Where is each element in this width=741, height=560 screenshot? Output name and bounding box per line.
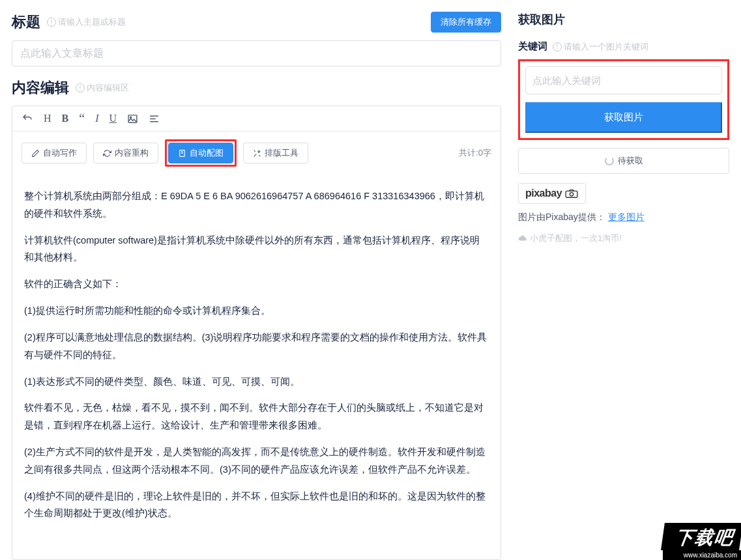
editor-box: H B “ I U 自动写作 内容重构	[12, 105, 501, 560]
info-icon: !	[47, 18, 56, 27]
layout-tool-label: 排版工具	[265, 147, 298, 159]
content-hint-text: 内容编辑区	[87, 82, 129, 94]
paragraph: (1)提供运行时所需功能和性能的命令或计算机程序集合。	[24, 302, 489, 320]
highlight-auto-image: 自动配图	[165, 139, 237, 167]
auto-image-label: 自动配图	[190, 147, 224, 159]
keyword-label: 关键词	[518, 40, 547, 53]
clear-cache-button[interactable]: 清除所有缓存	[431, 12, 501, 33]
bold-icon[interactable]: B	[62, 113, 69, 124]
spinner-icon	[605, 156, 614, 165]
auto-write-button[interactable]: 自动写作	[22, 143, 87, 163]
paragraph: 计算机软件(computer software)是指计算机系统中除硬件以外的所有…	[24, 232, 489, 267]
heading-icon[interactable]: H	[44, 113, 51, 124]
pixabay-text: pixabay	[525, 188, 562, 199]
pending-button[interactable]: 待获取	[518, 148, 729, 174]
svg-rect-8	[566, 191, 577, 197]
layout-tool-button[interactable]: 排版工具	[243, 143, 308, 163]
title-hint: ! 请输入主题或标题	[47, 16, 126, 28]
restructure-label: 内容重构	[115, 147, 149, 159]
italic-icon[interactable]: I	[95, 113, 98, 124]
provided-text: 图片由Pixabay提供：	[518, 212, 605, 222]
auto-write-label: 自动写作	[43, 147, 77, 159]
image-icon[interactable]	[127, 113, 138, 124]
more-images-link[interactable]: 更多图片	[608, 212, 645, 222]
word-count: 共计:0字	[459, 147, 491, 159]
tiger-note: 小虎子配图，一次1淘币!	[518, 232, 729, 244]
svg-point-1	[130, 117, 132, 118]
paragraph: (4)维护不同的硬件是旧的，理论上软件是旧的，并不坏，但实际上软件也是旧的和坏的…	[24, 488, 489, 523]
restructure-button[interactable]: 内容重构	[93, 143, 158, 163]
svg-point-9	[570, 193, 573, 196]
cloud-icon	[518, 234, 527, 243]
provided-by-line: 图片由Pixabay提供： 更多图片	[518, 212, 729, 223]
undo-icon[interactable]	[22, 113, 33, 124]
paragraph: (2)程序可以满意地处理信息的数据结构。(3)说明程序功能要求和程序需要的文档的…	[24, 329, 489, 364]
clipboard-icon	[178, 149, 186, 158]
quote-icon[interactable]: “	[79, 115, 85, 122]
pixabay-badge: pixabay	[518, 183, 586, 204]
pending-label: 待获取	[618, 155, 643, 167]
title-section-header: 标题 ! 请输入主题或标题 清除所有缓存	[12, 12, 501, 33]
paragraph: 软件的正确含义如下：	[24, 275, 489, 293]
auto-image-button[interactable]: 自动配图	[168, 143, 233, 163]
info-icon: !	[553, 42, 562, 51]
main-column: 标题 ! 请输入主题或标题 清除所有缓存 内容编辑 ! 内容编辑区 H B “ …	[0, 0, 513, 560]
content-label: 内容编辑	[12, 78, 69, 98]
format-toolbar: H B “ I U	[12, 106, 501, 132]
action-toolbar: 自动写作 内容重构 自动配图 排版工具 共计:0字	[12, 132, 501, 175]
get-image-title: 获取图片	[518, 12, 565, 27]
keyword-input[interactable]	[525, 66, 722, 94]
keyword-header: 关键词 ! 请输入一个图片关键词	[518, 40, 729, 53]
paragraph: (1)表达形式不同的硬件类型、颜色、味道、可见、可摸、可闻。	[24, 373, 489, 391]
title-input[interactable]	[12, 40, 501, 66]
content-section-header: 内容编辑 ! 内容编辑区	[12, 78, 501, 98]
underline-icon[interactable]: U	[109, 113, 117, 124]
keyword-hint: ! 请输入一个图片关键词	[553, 41, 648, 53]
pencil-icon	[31, 149, 40, 158]
align-icon[interactable]	[149, 113, 160, 124]
title-hint-text: 请输入主题或标题	[58, 16, 126, 28]
content-area[interactable]: 整个计算机系统由两部分组成：E 69DA 5 E 6 BA 9062616964…	[12, 175, 501, 559]
tiger-text: 小虎子配图，一次1淘币!	[530, 232, 622, 244]
paragraph: 软件看不见，无色，枯燥，看不见，摸不到，闻不到。软件大部分存在于人们的头脑或纸上…	[24, 399, 489, 434]
content-hint: ! 内容编辑区	[76, 82, 129, 94]
camera-icon	[564, 188, 579, 199]
highlight-keyword-box: 获取图片	[518, 59, 729, 140]
paragraph: (2)生产方式不同的软件是开发，是人类智能的高发挥，而不是传统意义上的硬件制造。…	[24, 443, 489, 479]
sidebar: 获取图片 关键词 ! 请输入一个图片关键词 获取图片 待获取 pixabay 图…	[513, 0, 741, 560]
paragraph: 整个计算机系统由两部分组成：E 69DA 5 E 6 BA 9062616964…	[24, 188, 489, 223]
refresh-icon	[103, 149, 111, 158]
info-icon: !	[76, 83, 85, 92]
title-label: 标题	[12, 12, 40, 32]
get-image-button[interactable]: 获取图片	[525, 102, 722, 133]
tools-icon	[253, 149, 261, 158]
keyword-hint-text: 请输入一个图片关键词	[564, 41, 648, 53]
